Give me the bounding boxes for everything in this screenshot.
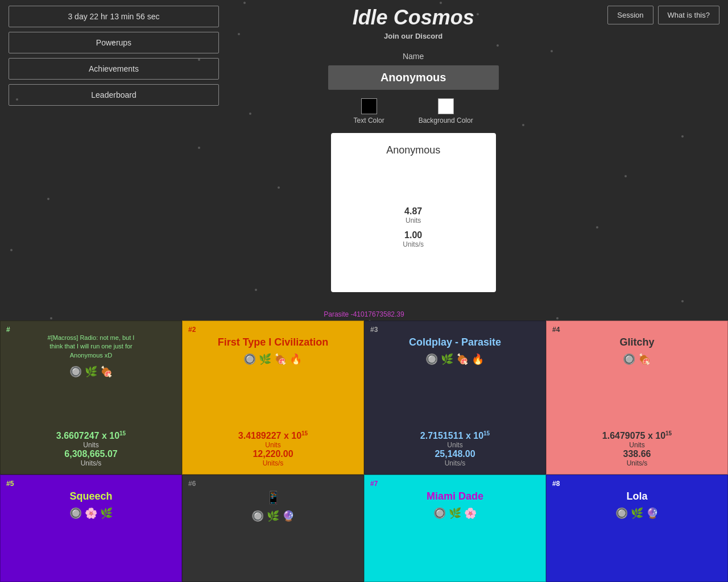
rank-7: #7 <box>370 480 378 488</box>
name-8: Lola <box>626 490 647 502</box>
value-3: 2.7151511 x 1015 <box>420 430 490 441</box>
value-4: 1.6479075 x 1015 <box>602 430 672 441</box>
value-1: 3.6607247 x 1015 <box>56 430 126 441</box>
icons-3: 🔘 🌿 🍖 🔥 <box>425 353 484 365</box>
name-4: Glitchy <box>619 336 654 348</box>
rank-2: #2 <box>188 326 196 334</box>
units-label-3: Units <box>447 441 462 449</box>
player-card-1: # #[Macross] Radio: not me, but Ithink t… <box>0 321 182 475</box>
player-card-4: #4 Glitchy 🔘 🍖 1.6479075 x 1015 Units 33… <box>546 321 728 475</box>
player-card-2: #2 First Type I Civilization 🔘 🌿 🍖 🔥 3.4… <box>182 321 364 475</box>
units-label-4: Units <box>629 441 644 449</box>
icons-6: 🔘 🌿 🔮 <box>251 510 295 522</box>
rank-6: #6 <box>188 480 196 488</box>
text-color-swatch[interactable] <box>361 98 377 114</box>
player-card-5: #5 Squeech 🔘 🌸 🌿 <box>0 475 182 582</box>
preview-rate-label: Units/s <box>403 240 424 248</box>
bg-color-label: Background Color <box>419 117 473 124</box>
game-title: Idle Cosmos <box>353 6 474 30</box>
name-6: 📱 <box>266 490 281 505</box>
discord-link[interactable]: Join our Discord <box>384 32 442 40</box>
rank-5: #5 <box>6 480 14 488</box>
achievements-button[interactable]: Achievements <box>9 58 219 80</box>
preview-name: Anonymous <box>386 144 440 156</box>
rate-4: 338.66 <box>623 449 651 459</box>
right-buttons: Session What is this? <box>607 6 719 24</box>
color-pickers: Text Color Background Color <box>354 98 473 124</box>
player-card-7: #7 Miami Dade 🔘 🌿 🌸 <box>364 475 546 582</box>
preview-units-label: Units <box>406 217 421 225</box>
bg-color-picker: Background Color <box>419 98 473 124</box>
rate-2: 12,220.00 <box>253 449 293 459</box>
rate-label-3: Units/s <box>445 459 466 467</box>
rank-4: #4 <box>552 326 560 334</box>
icons-4: 🔘 🍖 <box>623 353 651 365</box>
player-card-3: #3 Coldplay - Parasite 🔘 🌿 🍖 🔥 2.7151511… <box>364 321 546 475</box>
text-color-picker: Text Color <box>354 98 384 124</box>
rank-8: #8 <box>552 480 560 488</box>
rate-label-4: Units/s <box>627 459 648 467</box>
timer-button[interactable]: 3 day 22 hr 13 min 56 sec <box>9 6 219 27</box>
name-input[interactable] <box>328 65 499 90</box>
units-label-1: Units <box>83 441 98 449</box>
name-label: Name <box>403 52 424 61</box>
chat-1: #[Macross] Radio: not me, but Ithink tha… <box>48 334 135 360</box>
icons-5: 🔘 🌸 🌿 <box>69 507 113 519</box>
name-3: Coldplay - Parasite <box>409 336 501 348</box>
parasite-msg-bottom: Parasite -41017673582.39 <box>324 309 404 319</box>
rate-label-1: Units/s <box>81 459 102 467</box>
left-panel: 3 day 22 hr 13 min 56 sec Powerups Achie… <box>9 6 219 106</box>
text-color-label: Text Color <box>354 117 384 124</box>
preview-card: Anonymous 4.87 Units 1.00 Units/s <box>331 133 496 292</box>
name-2: First Type I Civilization <box>218 336 329 348</box>
bg-color-swatch[interactable] <box>438 98 454 114</box>
icons-7: 🔘 🌿 🌸 <box>433 507 477 519</box>
icons-8: 🔘 🌿 🔮 <box>615 507 659 519</box>
value-2: 3.4189227 x 1015 <box>238 430 308 441</box>
player-card-6: #6 📱 🔘 🌿 🔮 <box>182 475 364 582</box>
preview-rate-value: 1.00 <box>404 230 422 240</box>
icons-2: 🔘 🌿 🍖 🔥 <box>243 353 302 365</box>
name-5: Squeech <box>69 490 112 502</box>
rate-label-2: Units/s <box>263 459 284 467</box>
session-button[interactable]: Session <box>607 6 653 24</box>
what-is-this-button[interactable]: What is this? <box>658 6 719 24</box>
player-card-8: #8 Lola 🔘 🌿 🔮 <box>546 475 728 582</box>
preview-units-value: 4.87 <box>404 206 422 217</box>
rank-3: #3 <box>370 326 378 334</box>
powerups-button[interactable]: Powerups <box>9 32 219 53</box>
rate-1: 6,308,665.07 <box>64 449 117 459</box>
rate-3: 25,148.00 <box>435 449 475 459</box>
rank-1: # <box>6 326 10 334</box>
units-label-2: Units <box>265 441 280 449</box>
icons-1: 🔘 🌿 🍖 <box>69 365 113 378</box>
name-7: Miami Dade <box>427 490 483 502</box>
center-panel: Idle Cosmos Join our Discord Name Text C… <box>300 6 527 292</box>
leaderboard-button[interactable]: Leaderboard <box>9 84 219 106</box>
